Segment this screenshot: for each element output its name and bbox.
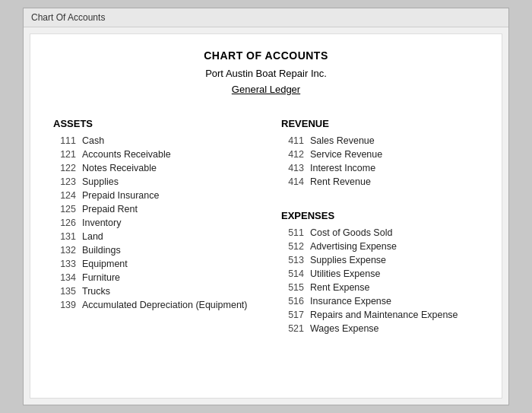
account-number: 131: [53, 231, 76, 242]
account-name: Trucks: [82, 286, 251, 297]
ledger-title: General Ledger: [53, 84, 479, 95]
account-number: 132: [53, 245, 76, 256]
table-row: 124 Prepaid Insurance: [53, 190, 251, 201]
company-name: Port Austin Boat Repair Inc.: [53, 68, 479, 79]
account-number: 135: [53, 286, 76, 297]
expenses-header: EXPENSES: [281, 210, 479, 221]
table-row: 511 Cost of Goods Sold: [281, 227, 479, 238]
account-number: 521: [281, 323, 304, 334]
account-number: 512: [281, 241, 304, 252]
revenue-expenses-column: REVENUE 411 Sales Revenue 412 Service Re…: [281, 110, 479, 337]
table-row: 111 Cash: [53, 135, 251, 146]
table-row: 514 Utilities Expense: [281, 268, 479, 279]
account-name: Cash: [82, 135, 251, 146]
account-number: 134: [53, 272, 76, 283]
account-number: 511: [281, 227, 304, 238]
expenses-list: 511 Cost of Goods Sold 512 Advertising E…: [281, 227, 479, 334]
table-row: 123 Supplies: [53, 176, 251, 187]
table-row: 126 Inventory: [53, 218, 251, 228]
account-name: Repairs and Maintenance Expense: [310, 310, 479, 320]
table-row: 139 Accumulated Depreciation (Equipment): [53, 300, 251, 310]
account-name: Sales Revenue: [310, 135, 479, 146]
account-number: 414: [281, 176, 304, 187]
main-title: CHART OF ACCOUNTS: [53, 49, 479, 62]
account-number: 139: [53, 300, 76, 310]
window-title: Chart Of Accounts: [31, 12, 105, 23]
account-name: Accounts Receivable: [82, 149, 251, 160]
table-row: 521 Wages Expense: [281, 323, 479, 334]
assets-column: ASSETS 111 Cash 121 Accounts Receivable …: [53, 110, 251, 337]
table-row: 132 Buildings: [53, 245, 251, 256]
account-number: 412: [281, 149, 304, 160]
table-row: 515 Rent Expense: [281, 282, 479, 293]
table-row: 412 Service Revenue: [281, 149, 479, 160]
account-number: 513: [281, 255, 304, 265]
table-row: 517 Repairs and Maintenance Expense: [281, 310, 479, 320]
account-name: Prepaid Insurance: [82, 190, 251, 201]
account-number: 126: [53, 218, 76, 228]
account-number: 125: [53, 204, 76, 214]
account-name: Insurance Expense: [310, 296, 479, 307]
account-number: 133: [53, 259, 76, 269]
table-row: 131 Land: [53, 231, 251, 242]
account-name: Advertising Expense: [310, 241, 479, 252]
account-number: 123: [53, 176, 76, 187]
account-number: 111: [53, 135, 76, 146]
table-row: 122 Notes Receivable: [53, 163, 251, 173]
table-row: 414 Rent Revenue: [281, 176, 479, 187]
account-name: Equipment: [82, 259, 251, 269]
account-name: Prepaid Rent: [82, 204, 251, 214]
table-row: 413 Interest Income: [281, 163, 479, 173]
account-name: Inventory: [82, 218, 251, 228]
account-number: 517: [281, 310, 304, 320]
account-number: 411: [281, 135, 304, 146]
account-name: Cost of Goods Sold: [310, 227, 479, 238]
account-number: 515: [281, 282, 304, 293]
table-row: 516 Insurance Expense: [281, 296, 479, 307]
account-number: 124: [53, 190, 76, 201]
main-window: Chart Of Accounts CHART OF ACCOUNTS Port…: [23, 8, 509, 405]
account-name: Supplies: [82, 176, 251, 187]
account-number: 413: [281, 163, 304, 173]
account-number: 121: [53, 149, 76, 160]
account-name: Rent Expense: [310, 282, 479, 293]
table-row: 513 Supplies Expense: [281, 255, 479, 265]
account-name: Interest Income: [310, 163, 479, 173]
table-row: 135 Trucks: [53, 286, 251, 297]
account-number: 514: [281, 268, 304, 279]
assets-header: ASSETS: [53, 118, 251, 129]
revenue-list: 411 Sales Revenue 412 Service Revenue 41…: [281, 135, 479, 187]
table-row: 125 Prepaid Rent: [53, 204, 251, 214]
account-name: Wages Expense: [310, 323, 479, 334]
table-row: 121 Accounts Receivable: [53, 149, 251, 160]
table-row: 134 Furniture: [53, 272, 251, 283]
table-row: 512 Advertising Expense: [281, 241, 479, 252]
account-name: Buildings: [82, 245, 251, 256]
account-name: Rent Revenue: [310, 176, 479, 187]
table-row: 133 Equipment: [53, 259, 251, 269]
accounts-columns: ASSETS 111 Cash 121 Accounts Receivable …: [53, 110, 479, 337]
account-name: Utilities Expense: [310, 268, 479, 279]
account-name: Furniture: [82, 272, 251, 283]
account-name: Notes Receivable: [82, 163, 251, 173]
account-name: Service Revenue: [310, 149, 479, 160]
content-area: CHART OF ACCOUNTS Port Austin Boat Repai…: [30, 33, 502, 399]
assets-list: 111 Cash 121 Accounts Receivable 122 Not…: [53, 135, 251, 310]
account-number: 122: [53, 163, 76, 173]
window-titlebar: Chart Of Accounts: [24, 8, 508, 27]
account-name: Land: [82, 231, 251, 242]
table-row: 411 Sales Revenue: [281, 135, 479, 146]
account-name: Supplies Expense: [310, 255, 479, 265]
revenue-header: REVENUE: [281, 118, 479, 129]
account-name: Accumulated Depreciation (Equipment): [82, 300, 251, 310]
account-number: 516: [281, 296, 304, 307]
